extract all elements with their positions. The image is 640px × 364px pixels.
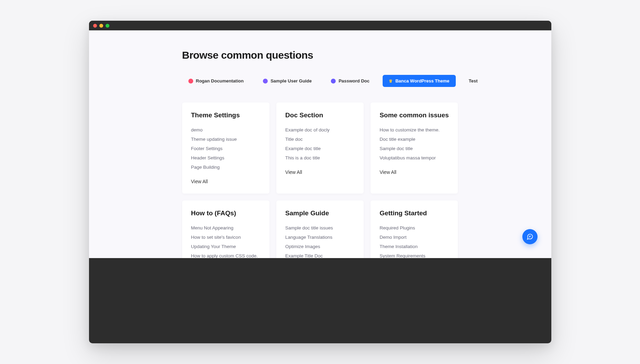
list-item[interactable]: Theme updating issue <box>191 135 260 144</box>
chat-icon <box>526 233 533 240</box>
card-list: Sample doc title issuesLanguage Translat… <box>285 223 355 258</box>
tab-label: Password Doc <box>338 78 370 83</box>
list-item[interactable]: Example Title Doc <box>285 251 355 258</box>
list-item[interactable]: Menu Not Appearing <box>191 223 260 233</box>
list-item[interactable]: Header Settings <box>191 153 260 163</box>
card-title: Doc Section <box>285 111 355 119</box>
list-item[interactable]: Optimize Images <box>285 242 355 251</box>
card-list: demoTheme updating issueFooter SettingsH… <box>191 125 260 172</box>
list-item[interactable]: This is a doc title <box>285 153 355 163</box>
crown-icon: ♛ <box>389 79 393 83</box>
view-all-link[interactable]: View All <box>285 169 302 175</box>
list-item[interactable]: Example doc of docly <box>285 125 355 135</box>
list-item[interactable]: Updating Your Theme <box>191 242 260 251</box>
tab-label: Banca WordPress Theme <box>395 78 450 83</box>
card-title: How to (FAQs) <box>191 209 260 217</box>
card-some-common-issues: Some common issuesHow to customize the t… <box>371 102 458 194</box>
card-list: How to customize the theme.Doc title exa… <box>380 125 449 163</box>
list-item[interactable]: Demo Import <box>380 233 449 242</box>
tab-icon <box>331 79 336 83</box>
view-all-link[interactable]: View All <box>380 169 396 175</box>
list-item[interactable]: Example doc title <box>285 144 355 153</box>
tab-label: Test <box>469 78 478 83</box>
card-title: Getting Started <box>380 209 449 217</box>
page-title: Browse common questions <box>182 49 458 61</box>
tab-icon <box>188 79 193 83</box>
card-list: Menu Not AppearingHow to set site's favi… <box>191 223 260 258</box>
list-item[interactable]: System Requirements <box>380 251 449 258</box>
list-item[interactable]: Theme Installation <box>380 242 449 251</box>
view-all-link[interactable]: View All <box>191 179 208 184</box>
list-item[interactable]: Sample doc title issues <box>285 223 355 233</box>
tab-banca-wordpress-theme[interactable]: ♛Banca WordPress Theme <box>383 75 456 87</box>
card-list: Example doc of doclyTitle docExample doc… <box>285 125 355 163</box>
tab-sample-user-guide[interactable]: Sample User Guide <box>257 75 318 87</box>
viewport: Browse common questions Rogan Documentat… <box>89 30 551 258</box>
tabs: Rogan DocumentationSample User GuidePass… <box>182 75 458 87</box>
card-list: Required PluginsDemo ImportTheme Install… <box>380 223 449 258</box>
tab-rogan-documentation[interactable]: Rogan Documentation <box>182 75 250 87</box>
window-maximize-button[interactable] <box>106 24 109 28</box>
list-item[interactable]: Voluptatibus massa tempor <box>380 153 449 163</box>
browser-window: Browse common questions Rogan Documentat… <box>89 21 551 343</box>
tab-test[interactable]: Test <box>463 75 484 87</box>
tab-icon <box>263 79 268 83</box>
card-theme-settings: Theme SettingsdemoTheme updating issueFo… <box>182 102 269 194</box>
tab-password-doc[interactable]: Password Doc <box>325 75 376 87</box>
list-item[interactable]: Language Translations <box>285 233 355 242</box>
content: Browse common questions Rogan Documentat… <box>182 30 458 258</box>
list-item[interactable]: demo <box>191 125 260 135</box>
card-title: Some common issues <box>380 111 449 119</box>
card-getting-started: Getting StartedRequired PluginsDemo Impo… <box>371 200 458 258</box>
window-minimize-button[interactable] <box>99 24 103 28</box>
card-title: Sample Guide <box>285 209 355 217</box>
list-item[interactable]: How to customize the theme. <box>380 125 449 135</box>
tab-label: Rogan Documentation <box>196 78 244 83</box>
window-close-button[interactable] <box>93 24 97 28</box>
card-doc-section: Doc SectionExample doc of doclyTitle doc… <box>276 102 364 194</box>
chat-button[interactable] <box>522 229 538 244</box>
list-item[interactable]: Sample doc title <box>380 144 449 153</box>
list-item[interactable]: Footer Settings <box>191 144 260 153</box>
cards-grid: Theme SettingsdemoTheme updating issueFo… <box>182 102 458 258</box>
card-sample-guide: Sample GuideSample doc title issuesLangu… <box>276 200 364 258</box>
list-item[interactable]: How to set site's favicon <box>191 233 260 242</box>
list-item[interactable]: Required Plugins <box>380 223 449 233</box>
list-item[interactable]: Title doc <box>285 135 355 144</box>
list-item[interactable]: Doc title example <box>380 135 449 144</box>
list-item[interactable]: Page Building <box>191 163 260 172</box>
list-item[interactable]: How to apply custom CSS code. <box>191 251 260 258</box>
window-titlebar <box>89 21 551 30</box>
card-how-to-faqs-: How to (FAQs)Menu Not AppearingHow to se… <box>182 200 269 258</box>
tab-label: Sample User Guide <box>270 78 312 83</box>
card-title: Theme Settings <box>191 111 260 119</box>
